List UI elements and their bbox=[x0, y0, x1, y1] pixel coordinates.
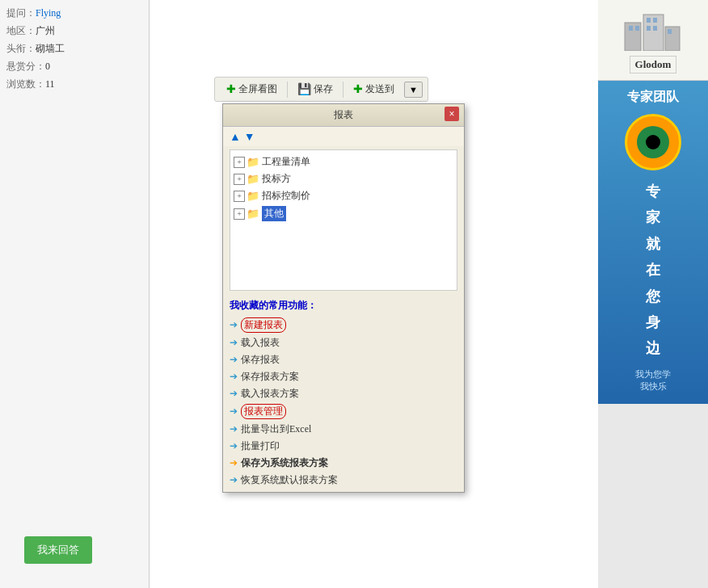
favorites-title: 我收藏的常用功能： bbox=[230, 299, 457, 313]
tree-content[interactable]: + 📁 工程量清单 + 📁 投标方 + 📁 招标控制价 + 📁 其他 bbox=[230, 149, 457, 291]
fav-item-2[interactable]: ➔ 保存报表 bbox=[230, 351, 457, 368]
expander-1[interactable]: + bbox=[234, 174, 245, 185]
tree-label-0: 工程量清单 bbox=[262, 155, 310, 169]
fav-label-8: 保存为系统报表方案 bbox=[241, 456, 328, 470]
toolbar: ✚ 全屏看图 💾 保存 ✚ 发送到 ▼ bbox=[214, 77, 428, 102]
tree-item-2[interactable]: + 📁 招标控制价 bbox=[234, 187, 453, 204]
folder-icon-1: 📁 bbox=[247, 173, 259, 186]
fullscreen-icon: ✚ bbox=[226, 82, 236, 96]
tree-item-1[interactable]: + 📁 投标方 bbox=[234, 170, 453, 187]
save-icon: 💾 bbox=[297, 82, 311, 96]
ad-section: 专家团队 专家就在您身边 我为您学我快乐 bbox=[598, 81, 708, 404]
svg-rect-4 bbox=[635, 26, 639, 31]
fav-item-9[interactable]: ➔ 恢复系统默认报表方案 bbox=[230, 472, 457, 489]
fav-label-6: 批量导出到Excel bbox=[241, 422, 311, 436]
fav-arrow-8: ➔ bbox=[230, 457, 238, 469]
tree-up-button[interactable]: ▲ bbox=[230, 130, 241, 143]
fav-item-0[interactable]: ➔ 新建报表 bbox=[230, 316, 457, 334]
user-link[interactable]: Flying bbox=[36, 7, 61, 19]
fav-item-4[interactable]: ➔ 载入报表方案 bbox=[230, 385, 457, 402]
fav-arrow-5: ➔ bbox=[230, 405, 238, 418]
tree-navigation: ▲ ▼ bbox=[223, 127, 464, 146]
eye-inner bbox=[637, 126, 669, 158]
right-panel-header: Glodom bbox=[598, 0, 708, 81]
save-label: 保存 bbox=[314, 82, 333, 96]
building-svg bbox=[613, 6, 693, 51]
fav-item-8[interactable]: ➔ 保存为系统报表方案 bbox=[230, 455, 457, 472]
fav-arrow-3: ➔ bbox=[230, 371, 238, 383]
region-label: 地区： bbox=[6, 25, 36, 36]
toolbar-sep-2 bbox=[343, 82, 343, 98]
question-label: 提问： bbox=[6, 7, 36, 19]
svg-rect-3 bbox=[629, 26, 633, 31]
svg-rect-6 bbox=[653, 18, 657, 23]
svg-rect-5 bbox=[647, 18, 651, 23]
fav-label-9: 恢复系统默认报表方案 bbox=[241, 473, 338, 487]
fav-arrow-2: ➔ bbox=[230, 354, 238, 366]
fav-arrow-9: ➔ bbox=[230, 474, 238, 486]
title-value: 砌墙工 bbox=[36, 43, 65, 54]
svg-rect-7 bbox=[647, 26, 651, 31]
tree-label-2: 招标控制价 bbox=[262, 189, 310, 203]
tree-down-button[interactable]: ▼ bbox=[244, 130, 255, 143]
fav-item-3[interactable]: ➔ 保存报表方案 bbox=[230, 368, 457, 385]
fav-item-1[interactable]: ➔ 载入报表 bbox=[230, 334, 457, 351]
fav-item-5[interactable]: ➔ 报表管理 bbox=[230, 402, 457, 421]
fullscreen-label: 全屏看图 bbox=[238, 82, 277, 96]
region-value: 广州 bbox=[36, 25, 55, 36]
fav-item-6[interactable]: ➔ 批量导出到Excel bbox=[230, 421, 457, 438]
ad-sub-text: 我为您学我快乐 bbox=[602, 368, 704, 393]
score-label: 悬赏分： bbox=[6, 61, 45, 72]
fav-label-4: 载入报表方案 bbox=[241, 387, 299, 401]
save-button[interactable]: 💾 保存 bbox=[291, 80, 339, 99]
dialog-close-button[interactable]: × bbox=[445, 107, 459, 121]
send-icon: ✚ bbox=[353, 82, 363, 96]
score-value: 0 bbox=[45, 61, 50, 72]
brand-label: Glodom bbox=[630, 56, 677, 74]
report-dialog: 报表 × ▲ ▼ + 📁 工程量清单 + 📁 投标方 + 📁 招标控制价 bbox=[222, 103, 465, 493]
fav-label-1: 载入报表 bbox=[241, 336, 280, 350]
fav-item-7[interactable]: ➔ 批量打印 bbox=[230, 438, 457, 455]
eye-graphic bbox=[625, 114, 681, 170]
toolbar-sep-1 bbox=[287, 82, 288, 98]
tree-item-3[interactable]: + 📁 其他 bbox=[234, 204, 453, 223]
views-label: 浏览数： bbox=[6, 78, 45, 90]
fav-label-5: 报表管理 bbox=[241, 404, 286, 419]
expander-3[interactable]: + bbox=[234, 208, 245, 220]
fav-arrow-4: ➔ bbox=[230, 388, 238, 400]
svg-rect-9 bbox=[668, 29, 672, 34]
send-button[interactable]: ✚ 发送到 bbox=[347, 80, 401, 99]
dialog-title-bar: 报表 × bbox=[223, 104, 464, 127]
expander-0[interactable]: + bbox=[234, 157, 245, 168]
tree-item-0[interactable]: + 📁 工程量清单 bbox=[234, 153, 453, 170]
dialog-title-text: 报表 bbox=[334, 108, 353, 122]
fav-label-2: 保存报表 bbox=[241, 353, 280, 367]
svg-rect-8 bbox=[653, 26, 657, 31]
fav-arrow-1: ➔ bbox=[230, 337, 238, 349]
tree-label-1: 投标方 bbox=[262, 172, 291, 186]
folder-icon-3: 📁 bbox=[247, 208, 259, 220]
user-title-row: 头衔：砌墙工 bbox=[6, 40, 142, 57]
left-panel: 提问：Flying 地区：广州 头衔：砌墙工 悬赏分：0 浏览数：11 我来回答 bbox=[0, 0, 150, 588]
folder-icon-0: 📁 bbox=[247, 156, 259, 169]
user-question-row: 提问：Flying bbox=[6, 4, 142, 22]
fav-label-0: 新建报表 bbox=[241, 317, 286, 333]
answer-button[interactable]: 我来回答 bbox=[24, 536, 92, 564]
user-score-row: 悬赏分：0 bbox=[6, 57, 142, 75]
user-region-row: 地区：广州 bbox=[6, 22, 142, 40]
favorites-section: 我收藏的常用功能： ➔ 新建报表 ➔ 载入报表 ➔ 保存报表 ➔ 保存报表方案 bbox=[223, 294, 464, 492]
svg-rect-2 bbox=[665, 27, 680, 51]
main-content: ✚ 全屏看图 💾 保存 ✚ 发送到 ▼ 报表 × ▲ ▼ + 📁 bbox=[150, 0, 598, 588]
expander-2[interactable]: + bbox=[234, 191, 245, 202]
send-dropdown-button[interactable]: ▼ bbox=[404, 82, 423, 98]
fav-arrow-6: ➔ bbox=[230, 423, 238, 435]
tree-label-3: 其他 bbox=[262, 206, 286, 221]
fullscreen-button[interactable]: ✚ 全屏看图 bbox=[220, 80, 284, 99]
expert-team-title: 专家团队 bbox=[602, 89, 704, 106]
fav-arrow-0: ➔ bbox=[230, 319, 238, 331]
folder-icon-2: 📁 bbox=[247, 190, 259, 203]
fav-label-3: 保存报表方案 bbox=[241, 370, 299, 384]
ad-main-text: 专家就在您身边 bbox=[602, 178, 704, 362]
send-label: 发送到 bbox=[365, 82, 394, 96]
right-panel: Glodom 专家团队 专家就在您身边 我为您学我快乐 bbox=[598, 0, 708, 588]
